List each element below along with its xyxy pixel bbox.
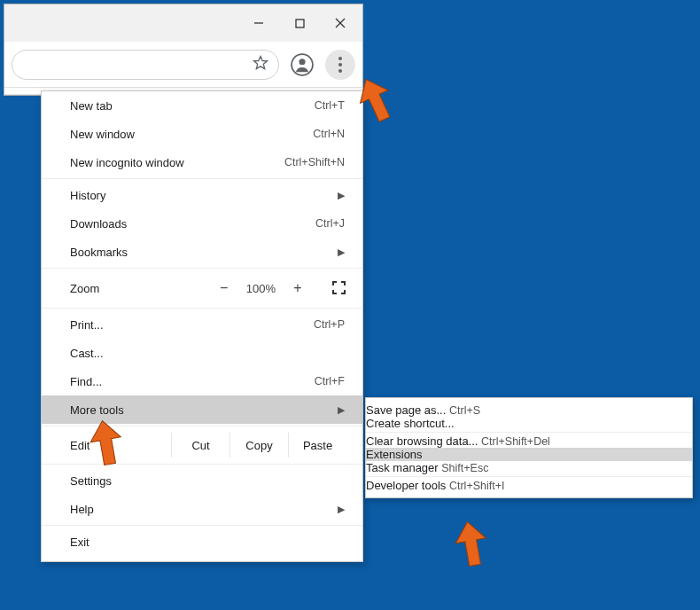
chevron-right-icon: ▶ [331, 504, 345, 515]
menu-item-find[interactable]: Find... Ctrl+F [42, 367, 362, 395]
menu-item-shortcut: Ctrl+T [315, 99, 345, 112]
menu-separator [42, 308, 362, 309]
menu-item-label: New incognito window [70, 156, 284, 169]
submenu-item-shortcut: Shift+Esc [441, 462, 488, 474]
menu-item-label: Cast... [70, 347, 345, 360]
menu-item-shortcut: Ctrl+Shift+N [284, 156, 345, 168]
window-minimize-button[interactable] [238, 4, 279, 42]
chevron-right-icon: ▶ [331, 190, 345, 201]
menu-item-zoom: Zoom − 100% + [42, 270, 362, 306]
menu-separator [366, 476, 692, 477]
menu-item-label: Exit [70, 536, 345, 549]
menu-item-label: Bookmarks [70, 246, 331, 259]
submenu-item-label: Developer tools [366, 479, 446, 492]
browser-window [4, 4, 363, 96]
window-close-button[interactable] [320, 4, 361, 42]
menu-item-help[interactable]: Help ▶ [42, 495, 362, 523]
menu-item-history[interactable]: History ▶ [42, 181, 362, 209]
submenu-item-label: Create shortcut... [366, 417, 455, 430]
menu-item-downloads[interactable]: Downloads Ctrl+J [42, 209, 362, 238]
menu-item-label: More tools [70, 403, 331, 417]
svg-marker-4 [254, 57, 268, 69]
zoom-controls: − 100% + [218, 280, 346, 296]
menu-item-shortcut: Ctrl+N [313, 128, 345, 140]
menu-item-new-incognito[interactable]: New incognito window Ctrl+Shift+N [42, 148, 362, 176]
more-tools-submenu: Save page as... Ctrl+S Create shortcut..… [365, 397, 693, 498]
chevron-right-icon: ▶ [331, 404, 345, 416]
more-menu-button[interactable] [325, 50, 355, 80]
menu-item-label: History [70, 189, 331, 202]
menu-separator [42, 178, 362, 179]
menu-item-label: Downloads [70, 217, 315, 231]
menu-item-new-window[interactable]: New window Ctrl+N [42, 120, 362, 148]
menu-item-label: Settings [70, 474, 345, 488]
edit-paste-button[interactable]: Paste [288, 433, 346, 458]
svg-point-6 [299, 59, 305, 65]
submenu-item-save-page[interactable]: Save page as... Ctrl+S [366, 403, 692, 417]
chevron-right-icon: ▶ [331, 246, 345, 258]
submenu-item-label: Save page as... [366, 403, 446, 417]
menu-separator [42, 525, 362, 526]
menu-item-label: New window [70, 128, 313, 141]
submenu-item-label: Extensions [366, 448, 423, 461]
more-vertical-icon [338, 57, 342, 73]
chrome-main-menu: New tab Ctrl+T New window Ctrl+N New inc… [41, 90, 363, 562]
menu-item-more-tools[interactable]: More tools ▶ [42, 395, 362, 424]
zoom-level: 100% [246, 282, 276, 295]
menu-item-shortcut: Ctrl+P [314, 318, 345, 331]
window-titlebar [4, 4, 362, 42]
edit-cut-button[interactable]: Cut [171, 433, 229, 458]
profile-avatar-icon[interactable] [290, 52, 315, 77]
menu-separator [366, 432, 692, 433]
submenu-item-label: Task manager [366, 461, 439, 474]
submenu-item-shortcut: Ctrl+Shift+I [449, 480, 505, 492]
menu-item-label: Find... [70, 375, 315, 388]
menu-item-cast[interactable]: Cast... [42, 339, 362, 367]
menu-item-exit[interactable]: Exit [42, 528, 362, 556]
fullscreen-icon[interactable] [332, 281, 346, 295]
browser-toolbar [4, 42, 362, 88]
zoom-in-button[interactable]: + [292, 280, 304, 296]
menu-item-print[interactable]: Print... Ctrl+P [42, 310, 362, 339]
edit-copy-button[interactable]: Copy [229, 433, 288, 458]
submenu-item-task-manager[interactable]: Task manager Shift+Esc [366, 461, 692, 474]
submenu-item-label: Clear browsing data... [366, 434, 478, 448]
menu-item-new-tab[interactable]: New tab Ctrl+T [42, 91, 362, 120]
submenu-item-shortcut: Ctrl+S [449, 404, 480, 417]
submenu-item-shortcut: Ctrl+Shift+Del [481, 435, 550, 448]
address-bar[interactable] [12, 50, 279, 80]
menu-item-settings[interactable]: Settings [42, 466, 362, 495]
menu-item-label: New tab [70, 99, 315, 113]
submenu-item-extensions[interactable]: Extensions [366, 448, 692, 461]
submenu-item-devtools[interactable]: Developer tools Ctrl+Shift+I [366, 479, 692, 492]
zoom-out-button[interactable]: − [218, 280, 230, 296]
submenu-item-create-shortcut[interactable]: Create shortcut... [366, 417, 692, 430]
annotation-arrow-icon [82, 416, 129, 472]
menu-item-shortcut: Ctrl+F [315, 375, 345, 387]
window-maximize-button[interactable] [279, 4, 320, 42]
menu-item-label: Help [70, 503, 331, 516]
bookmark-star-icon[interactable] [252, 54, 269, 74]
menu-item-shortcut: Ctrl+J [315, 217, 345, 230]
menu-item-bookmarks[interactable]: Bookmarks ▶ [42, 238, 362, 266]
menu-item-label: Zoom [70, 282, 218, 295]
submenu-item-clear-data[interactable]: Clear browsing data... Ctrl+Shift+Del [366, 434, 692, 448]
menu-item-label: Print... [70, 318, 314, 332]
svg-rect-1 [296, 20, 304, 27]
annotation-arrow-icon [447, 517, 494, 573]
menu-separator [42, 268, 362, 269]
